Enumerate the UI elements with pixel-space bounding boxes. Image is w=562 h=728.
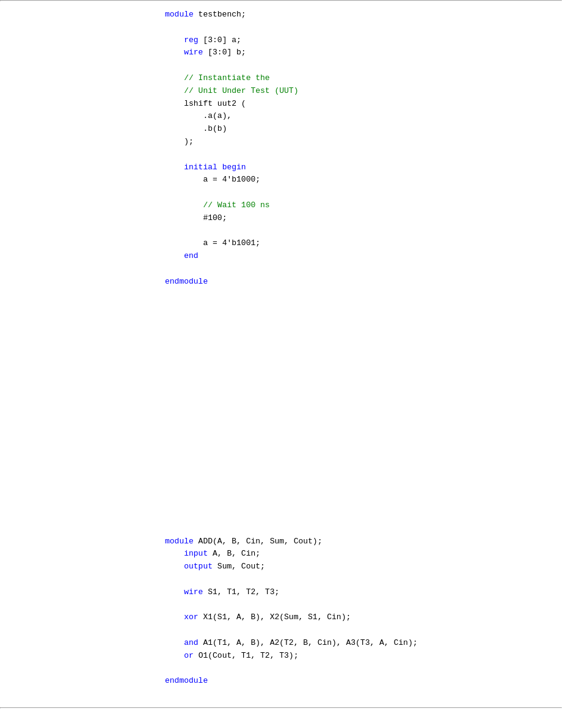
code-line-comment1: // Instantiate the	[165, 72, 562, 85]
keyword-and: and	[184, 638, 198, 647]
code-line-blank8	[165, 599, 562, 612]
code-line-a1000: a = 4'b1000;	[165, 174, 562, 186]
keyword-endmodule1: endmodule	[165, 277, 208, 286]
code-line-blank5	[165, 225, 562, 238]
keyword-wire1: wire	[184, 48, 203, 57]
code-line-lshift: lshift uut2 (	[165, 98, 562, 111]
code-line-input: input A, B, Cin;	[165, 548, 562, 561]
code-line-delay: #100;	[165, 212, 562, 225]
code-line-blank3	[165, 149, 562, 161]
code-line-porta: .a(a),	[165, 110, 562, 123]
code-line-end: end	[165, 250, 562, 263]
keyword-endmodule2: endmodule	[165, 676, 208, 685]
keyword-end: end	[184, 251, 198, 260]
code-line-or: or O1(Cout, T1, T2, T3);	[165, 650, 562, 663]
code-line-portb: .b(b)	[165, 123, 562, 136]
keyword-or: or	[184, 651, 194, 660]
code-line-blank9	[165, 624, 562, 637]
comment-instantiate: // Instantiate the	[184, 73, 269, 83]
keyword-wire2: wire	[184, 587, 203, 597]
code-line-blank7	[165, 573, 562, 586]
code-line-a1001: a = 4'b1001;	[165, 237, 562, 250]
code-line-comment2: // Unit Under Test (UUT)	[165, 85, 562, 98]
code-line-blank4	[165, 186, 562, 199]
keyword-xor: xor	[184, 612, 198, 622]
comment-wait: // Wait 100 ns	[203, 200, 269, 210]
keyword-module2: module	[165, 537, 194, 546]
code-line-close-paren: );	[165, 136, 562, 149]
code-line-blank6	[165, 263, 562, 276]
code-line-and: and A1(T1, A, B), A2(T2, B, Cin), A3(T3,…	[165, 637, 562, 650]
code-line-output: output Sum, Cout;	[165, 561, 562, 573]
keyword-begin: begin	[222, 163, 246, 172]
section-gap	[0, 296, 562, 528]
keyword-reg: reg	[184, 35, 198, 45]
code-line-blank2	[165, 59, 562, 72]
keyword-initial: initial	[184, 163, 217, 172]
code-line-module: module testbench;	[165, 9, 562, 21]
keyword-module: module	[165, 10, 194, 19]
code-line-xor: xor X1(S1, A, B), X2(Sum, S1, Cin);	[165, 611, 562, 624]
keyword-input: input	[184, 549, 208, 558]
code-line-blank1	[165, 21, 562, 34]
code-line-wire1: wire [3:0] b;	[165, 46, 562, 59]
code-line-endmodule1: endmodule	[165, 276, 562, 289]
bottom-divider	[0, 707, 562, 708]
code-line-blank10	[165, 663, 562, 675]
code-line-comment-wait: // Wait 100 ns	[165, 199, 562, 212]
code-line-reg: reg [3:0] a;	[165, 34, 562, 47]
code-line-initial: initial begin	[165, 161, 562, 174]
code-line-endmodule2: endmodule	[165, 675, 562, 688]
code-line-module2: module ADD(A, B, Cin, Sum, Cout);	[165, 535, 562, 548]
code-section-1: module testbench; reg [3:0] a; wire [3:0…	[0, 1, 562, 296]
code-section-2: module ADD(A, B, Cin, Sum, Cout); input …	[0, 528, 562, 696]
keyword-output: output	[184, 562, 213, 571]
code-line-wire2: wire S1, T1, T2, T3;	[165, 586, 562, 599]
comment-uut: // Unit Under Test (UUT)	[184, 86, 298, 95]
